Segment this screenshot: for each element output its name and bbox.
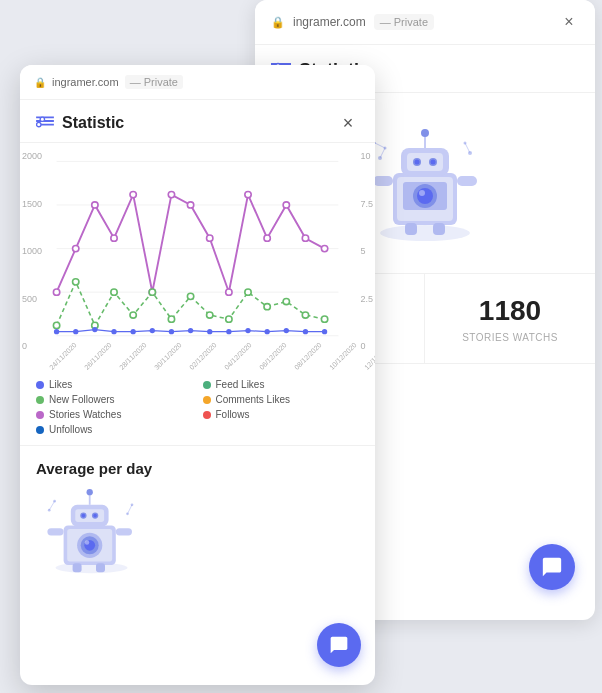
avg-title: Average per day bbox=[36, 460, 359, 477]
lock-icon: 🔒 bbox=[271, 16, 285, 29]
y-label-7.5: 7.5 bbox=[360, 199, 373, 209]
svg-point-75 bbox=[321, 316, 327, 322]
svg-point-57 bbox=[264, 235, 270, 241]
front-card: 🔒 ingramer.com — Private Statistic × bbox=[20, 65, 375, 685]
legend-dot-new-followers bbox=[36, 396, 44, 404]
front-card-title-left: Statistic bbox=[36, 113, 124, 133]
svg-line-112 bbox=[49, 501, 54, 510]
svg-point-71 bbox=[245, 289, 251, 295]
svg-line-115 bbox=[128, 505, 133, 514]
svg-point-18 bbox=[415, 160, 420, 165]
stories-label: STORIES WATCHS bbox=[441, 332, 579, 343]
legend-dot-comments-likes bbox=[203, 396, 211, 404]
svg-point-89 bbox=[303, 329, 308, 334]
svg-line-30 bbox=[380, 148, 385, 158]
svg-point-105 bbox=[87, 489, 93, 495]
robot-illustration-front-svg bbox=[36, 485, 156, 575]
svg-point-70 bbox=[226, 316, 232, 322]
svg-point-97 bbox=[85, 540, 90, 545]
svg-point-76 bbox=[54, 329, 59, 334]
svg-point-54 bbox=[207, 235, 213, 241]
legend-unfollows: Unfollows bbox=[36, 424, 193, 435]
svg-point-65 bbox=[130, 312, 136, 318]
legend-feed-likes: Feed Likes bbox=[203, 379, 360, 390]
legend-label-comments-likes: Comments Likes bbox=[216, 394, 290, 405]
svg-rect-25 bbox=[433, 223, 445, 235]
front-close-button[interactable]: × bbox=[337, 112, 359, 134]
svg-point-85 bbox=[226, 329, 231, 334]
legend-label-follows: Follows bbox=[216, 409, 250, 420]
y-label-1500: 1500 bbox=[22, 199, 42, 209]
front-card-title: Statistic bbox=[62, 114, 124, 132]
back-close-button[interactable]: × bbox=[559, 12, 579, 32]
legend-dot-stories bbox=[36, 411, 44, 419]
y-label-0: 0 bbox=[22, 341, 42, 351]
svg-point-103 bbox=[93, 514, 97, 518]
svg-point-46 bbox=[53, 289, 59, 295]
legend-follows: Follows bbox=[203, 409, 360, 420]
svg-point-13 bbox=[419, 190, 425, 196]
chat-button-back[interactable] bbox=[529, 544, 575, 590]
svg-point-62 bbox=[73, 279, 79, 285]
chat-button-front[interactable] bbox=[317, 623, 361, 667]
svg-point-113 bbox=[131, 503, 134, 506]
svg-point-68 bbox=[187, 293, 193, 299]
svg-rect-15 bbox=[407, 153, 443, 171]
svg-point-73 bbox=[283, 298, 289, 304]
svg-point-38 bbox=[40, 117, 44, 121]
front-card-header-left: 🔒 ingramer.com — Private bbox=[34, 75, 183, 89]
svg-point-47 bbox=[73, 245, 79, 251]
svg-point-102 bbox=[82, 514, 86, 518]
svg-point-81 bbox=[150, 328, 155, 333]
y-label-500: 500 bbox=[22, 294, 42, 304]
svg-rect-24 bbox=[405, 223, 417, 235]
svg-point-74 bbox=[302, 312, 308, 318]
y-label-5: 5 bbox=[360, 246, 373, 256]
svg-point-88 bbox=[284, 328, 289, 333]
legend: Likes Feed Likes New Followers Comments … bbox=[20, 373, 375, 446]
legend-label-likes: Likes bbox=[49, 379, 72, 390]
avg-section: Average per day bbox=[20, 446, 375, 585]
y-label-2.5: 2.5 bbox=[360, 294, 373, 304]
y-axis-right: 10 7.5 5 2.5 0 bbox=[360, 151, 373, 351]
svg-point-48 bbox=[92, 202, 98, 208]
svg-point-87 bbox=[265, 329, 270, 334]
svg-rect-108 bbox=[73, 563, 82, 572]
svg-point-77 bbox=[73, 329, 78, 334]
svg-rect-22 bbox=[373, 176, 393, 186]
svg-point-114 bbox=[126, 512, 129, 515]
front-private: — Private bbox=[125, 75, 183, 89]
svg-line-33 bbox=[465, 143, 470, 153]
legend-label-new-followers: New Followers bbox=[49, 394, 115, 405]
y-label-0-right: 0 bbox=[360, 341, 373, 351]
svg-point-78 bbox=[92, 327, 97, 332]
svg-point-67 bbox=[168, 316, 174, 322]
front-card-header: 🔒 ingramer.com — Private bbox=[20, 65, 375, 100]
legend-dot-unfollows bbox=[36, 426, 44, 434]
svg-point-50 bbox=[130, 191, 136, 197]
svg-rect-107 bbox=[116, 528, 132, 535]
svg-point-7 bbox=[380, 225, 470, 241]
legend-comments-likes: Comments Likes bbox=[203, 394, 360, 405]
svg-point-64 bbox=[111, 289, 117, 295]
svg-line-29 bbox=[375, 143, 385, 148]
legend-dot-feed-likes bbox=[203, 381, 211, 389]
svg-point-53 bbox=[187, 202, 193, 208]
svg-rect-23 bbox=[457, 176, 477, 186]
legend-label-unfollows: Unfollows bbox=[49, 424, 92, 435]
svg-point-84 bbox=[207, 329, 212, 334]
svg-point-86 bbox=[245, 328, 250, 333]
y-label-1000: 1000 bbox=[22, 246, 42, 256]
svg-point-56 bbox=[245, 191, 251, 197]
back-domain: ingramer.com bbox=[293, 15, 366, 29]
svg-point-69 bbox=[207, 312, 213, 318]
legend-label-stories: Stories Watches bbox=[49, 409, 121, 420]
svg-point-59 bbox=[302, 235, 308, 241]
svg-point-19 bbox=[431, 160, 436, 165]
legend-stories: Stories Watches bbox=[36, 409, 193, 420]
svg-point-58 bbox=[283, 202, 289, 208]
legend-new-followers: New Followers bbox=[36, 394, 193, 405]
back-card-header-left: 🔒 ingramer.com — Private bbox=[271, 14, 434, 30]
avg-content bbox=[36, 485, 359, 575]
back-private-badge: — Private bbox=[374, 14, 434, 30]
